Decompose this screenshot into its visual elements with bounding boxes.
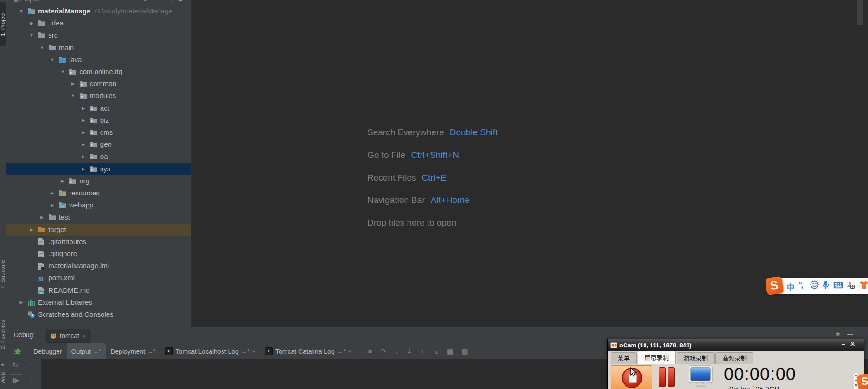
tree-item-modules[interactable]: ▼modules <box>6 90 191 102</box>
editor-area: Search EverywhereDouble ShiftGo to FileC… <box>191 0 868 327</box>
tree-item-sys[interactable]: ▶sys <box>6 163 191 175</box>
tree-item-cms[interactable]: ▶cms <box>6 126 191 138</box>
rerun-icon[interactable]: ↻ <box>13 361 19 370</box>
tree-item-main[interactable]: ▼main <box>6 42 191 54</box>
folder-icon <box>38 31 45 38</box>
step-out-icon[interactable]: ↑ <box>416 343 428 359</box>
menu-icon[interactable]: ≡ <box>364 343 377 359</box>
close-icon[interactable]: × <box>82 333 86 339</box>
editor-scrollbar[interactable] <box>857 0 863 25</box>
move-up-icon[interactable]: ↑ <box>30 360 34 368</box>
tree-item-test[interactable]: ▶test <box>6 211 191 223</box>
collapse-arrow-icon[interactable]: ▼ <box>70 90 76 102</box>
collapse-arrow-icon[interactable]: ▼ <box>29 29 34 41</box>
tree-item-biz[interactable]: ▶biz <box>6 114 191 126</box>
star-icon[interactable]: ★ <box>835 331 847 338</box>
debug-tab-output[interactable]: Output→* <box>67 343 106 359</box>
tree-item-materialmanage-iml[interactable]: materialManage.iml <box>6 260 191 272</box>
punctuation-icon[interactable]: °, <box>799 281 802 289</box>
expand-arrow-icon[interactable]: ▶ <box>60 175 65 187</box>
collapse-arrow-icon[interactable]: ▼ <box>19 5 24 17</box>
tree-item-com-online-itg[interactable]: ▼com.online.itg <box>6 66 191 78</box>
tree-item-label: test <box>59 211 70 223</box>
ocam-tab-screen-record[interactable]: 屏幕录制 <box>638 351 676 364</box>
tree-item-webapp[interactable]: ▶webapp <box>6 199 191 211</box>
resume-icon[interactable]: ▮▶ <box>12 377 19 383</box>
monitor-icon[interactable] <box>688 365 714 388</box>
scroll-to-end-marker: →* <box>242 348 249 355</box>
step-over-icon[interactable]: ↷ <box>377 343 391 359</box>
ocam-tab-menu[interactable]: 菜单 <box>611 352 637 364</box>
emoji-icon[interactable] <box>810 280 819 289</box>
ocam-titlebar[interactable]: oCam (10, 111, 1878, 841) –X <box>608 339 864 351</box>
expand-arrow-icon[interactable]: ▶ <box>81 151 86 163</box>
close-button[interactable]: X <box>850 340 860 347</box>
sogou-logo-icon[interactable]: S <box>765 276 784 295</box>
tree-item-common[interactable]: ▶common <box>6 78 191 90</box>
run-to-cursor-icon[interactable]: ↘ <box>428 343 443 359</box>
collapse-arrow-icon[interactable]: ▼ <box>50 54 55 66</box>
expand-arrow-icon[interactable]: ▶ <box>50 199 55 211</box>
tool-window-button-web[interactable]: Web <box>0 368 6 388</box>
tree-item-materialmanage[interactable]: ▼materialManageG:\study\materialManage <box>6 5 191 17</box>
collapse-all-icon[interactable]: ▲ <box>160 0 165 1</box>
expand-arrow-icon[interactable]: ▶ <box>70 78 76 90</box>
minimize-button[interactable]: – <box>842 340 850 347</box>
expand-arrow-icon[interactable]: ▶ <box>29 224 34 236</box>
tree-item-external-libraries[interactable]: ▶External Libraries <box>6 296 191 308</box>
tree-item--gitattributes[interactable]: .gitattributes <box>6 236 191 248</box>
debug-session-tab-tomcat[interactable]: tomcat × <box>46 329 90 343</box>
expand-arrow-icon[interactable]: ▶ <box>81 138 86 151</box>
debug-tab-tomcat-localhost-log[interactable]: >Tomcat Localhost Log→*× <box>160 343 260 359</box>
evaluate-expression-icon[interactable]: ▦ <box>442 343 457 359</box>
tree-item-pom-xml[interactable]: mpom.xml <box>6 272 191 284</box>
skin-16-icon[interactable]: 16 <box>846 281 855 289</box>
close-icon[interactable]: × <box>348 348 351 355</box>
expand-arrow-icon[interactable]: ▶ <box>39 211 45 223</box>
tree-item-src[interactable]: ▼src <box>6 29 191 41</box>
folder-icon <box>48 44 56 51</box>
tool-window-button-project[interactable]: 1: Project <box>0 2 6 46</box>
locate-icon[interactable]: ⊕ <box>143 0 148 3</box>
close-icon[interactable]: × <box>252 348 255 355</box>
expand-arrow-icon[interactable]: ▶ <box>81 114 86 126</box>
tree-item-readme-md[interactable]: MDREADME.md <box>6 284 191 296</box>
tree-item-org[interactable]: ▶org <box>6 175 191 187</box>
expand-arrow-icon[interactable]: ▶ <box>81 163 86 175</box>
tree-item-act[interactable]: ▶act <box>6 102 191 114</box>
sogou-sticker-icon[interactable]: S <box>854 373 868 389</box>
move-down-icon[interactable]: ↓ <box>30 376 34 384</box>
debug-tab-deployment[interactable]: Deployment→* <box>106 343 160 359</box>
collapse-arrow-icon[interactable]: ▼ <box>39 42 45 54</box>
step-into-icon[interactable]: ↓ <box>390 343 402 359</box>
collapse-arrow-icon[interactable]: ▼ <box>60 66 65 78</box>
force-step-into-icon[interactable]: ⇣ <box>402 343 417 359</box>
toolbox-shirt-icon[interactable] <box>859 280 868 289</box>
expand-arrow-icon[interactable]: ▶ <box>19 296 24 308</box>
keyboard-icon[interactable] <box>833 282 843 289</box>
tree-item-target[interactable]: ▶target <box>6 224 191 236</box>
chevron-down-icon[interactable]: ▾ <box>50 0 52 0</box>
ocam-tab-game-record[interactable]: 游戏录制 <box>677 352 715 364</box>
expand-arrow-icon[interactable]: ▶ <box>81 102 86 114</box>
debug-tab-tomcat-catalina-log[interactable]: >Tomcat Catalina Log→*× <box>260 343 356 359</box>
layout-settings-icon[interactable]: ▤ <box>458 343 472 359</box>
expand-arrow-icon[interactable]: ▶ <box>81 126 86 138</box>
tree-item-gen[interactable]: ▶gen <box>6 138 191 151</box>
debug-tab-debugger[interactable]: Debugger <box>29 343 67 359</box>
tree-item-scratches-and-consoles[interactable]: Scratches and Consoles <box>6 308 191 320</box>
tool-window-button-favorites[interactable]: 2: Favorites <box>0 307 6 361</box>
tree-item-resources[interactable]: ▶resources <box>6 187 191 199</box>
tree-item--idea[interactable]: ▶.idea <box>6 17 191 29</box>
tree-item-java[interactable]: ▼java <box>6 54 191 66</box>
chinese-mode-icon[interactable]: 中 <box>787 281 794 292</box>
expand-arrow-icon[interactable]: ▶ <box>50 187 55 199</box>
tool-window-button-structure[interactable]: 7: Structure <box>0 250 6 298</box>
expand-arrow-icon[interactable]: ▶ <box>29 17 34 29</box>
tree-item-oa[interactable]: ▶oa <box>6 151 191 163</box>
microphone-icon[interactable] <box>822 280 830 289</box>
hide-panel-icon[interactable]: — <box>847 331 860 338</box>
settings-gear-icon[interactable]: ⚙ <box>178 0 183 3</box>
tree-item--gitignore[interactable]: .gitignore <box>6 248 191 260</box>
ocam-tab-audio-record[interactable]: 音频录制 <box>715 352 753 364</box>
